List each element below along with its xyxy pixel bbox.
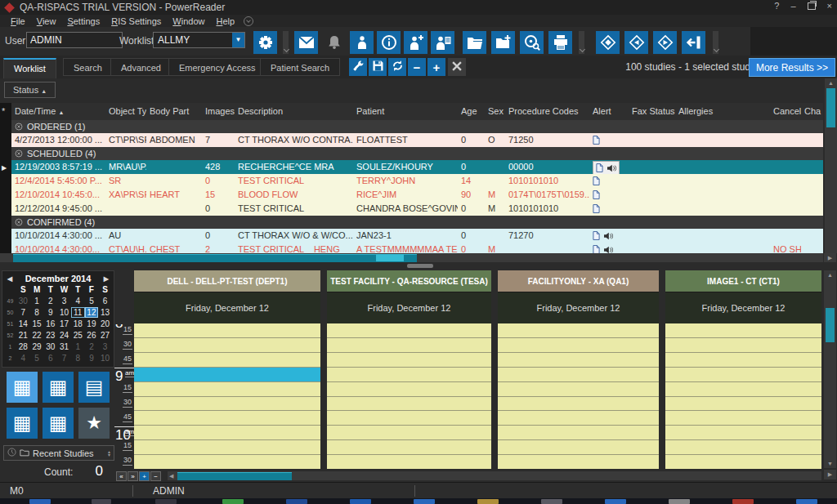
document-icon[interactable]	[593, 176, 600, 188]
calendar-next-icon[interactable]: ▶	[104, 275, 109, 283]
calendar-day[interactable]: 5	[30, 353, 44, 364]
taskbar-icon[interactable]	[796, 499, 817, 504]
open-folder-button[interactable]	[463, 31, 486, 54]
schedule-slot[interactable]	[498, 411, 659, 426]
document-icon[interactable]	[593, 190, 600, 202]
toolbar-grip[interactable]	[579, 31, 584, 54]
close-button[interactable]: ×	[827, 1, 832, 11]
calendar-day[interactable]: 15	[30, 319, 44, 329]
calendar-day[interactable]: 4	[16, 353, 30, 364]
schedule-slot[interactable]	[665, 382, 821, 397]
scrollbar-thumb[interactable]	[13, 254, 417, 262]
menu-help[interactable]: Help	[210, 16, 240, 26]
schedule-slot[interactable]	[498, 440, 659, 455]
save-worklist-button[interactable]	[369, 58, 387, 76]
schedule-slot[interactable]	[134, 382, 320, 397]
tab-emergency-access[interactable]: Emergency Access	[168, 58, 266, 76]
pane-splitter[interactable]	[0, 262, 837, 269]
patient-list-button[interactable]	[431, 31, 454, 54]
schedule-slot[interactable]	[134, 440, 320, 455]
scroll-right-button[interactable]: ▶	[824, 253, 836, 262]
schedule-slot[interactable]	[665, 397, 821, 412]
schedule-slot[interactable]	[327, 382, 491, 397]
start-reading-button[interactable]	[624, 31, 648, 54]
table-row[interactable]: 10/10/2014 4:30:00 ... AU 0 CT THORAX W/…	[0, 229, 823, 243]
calendar-day[interactable]: 22	[30, 330, 44, 341]
col-header-age[interactable]: Age	[458, 103, 485, 120]
document-icon[interactable]	[593, 135, 600, 147]
taskbar-icon[interactable]	[477, 499, 499, 504]
resource-header[interactable]: TEST FACILITY - QA-RESOURCE (TESA)	[327, 270, 491, 292]
calendar-day[interactable]: 9	[85, 353, 99, 364]
scroll-down-icon[interactable]: ▼	[824, 461, 836, 466]
calendar-day[interactable]: 10	[57, 307, 71, 318]
calendar-day[interactable]: 50	[4, 307, 16, 318]
schedule-slot[interactable]	[327, 323, 491, 338]
view-button[interactable]: ▦	[7, 372, 38, 403]
schedule-slot[interactable]	[498, 426, 659, 440]
schedule-slot[interactable]	[327, 440, 491, 455]
sign-out-study-button[interactable]	[682, 31, 705, 54]
worklist-vertical-scrollbar[interactable]: ▲	[825, 78, 837, 253]
calendar-day[interactable]: 29	[30, 341, 44, 352]
more-results-button[interactable]: More Results >>	[749, 58, 835, 77]
col-header-allergies[interactable]: Allergies	[675, 103, 770, 120]
calendar-day[interactable]: 2	[85, 341, 99, 352]
spinner-buttons[interactable]: ▴▾	[108, 450, 110, 457]
schedule-slot[interactable]	[498, 382, 659, 397]
calendar-day[interactable]: 27	[98, 330, 112, 341]
col-header-patient[interactable]: Patient	[353, 103, 458, 120]
schedule-slot[interactable]	[134, 338, 320, 353]
menu-view[interactable]: View	[31, 16, 62, 26]
document-icon[interactable]	[596, 163, 603, 174]
calendar-day[interactable]: 9	[43, 307, 57, 318]
menu-ris-settings[interactable]: RIS Settings	[105, 16, 167, 26]
collapse-group-icon[interactable]	[15, 149, 23, 158]
table-row[interactable]: 12/10/2014 10:45:0... XA\PR\SR HEART 15 …	[0, 188, 823, 202]
group-row-ordered[interactable]: ORDERED (1)	[0, 120, 823, 133]
scroll-up-icon[interactable]: ▲	[824, 272, 836, 278]
taskbar-icon[interactable]	[669, 499, 690, 504]
calendar-day[interactable]: 6	[98, 296, 112, 306]
chevron-down-icon[interactable]: ▼	[232, 33, 244, 47]
group-row-confirmed[interactable]: CONFIRMED (4)	[0, 216, 823, 229]
help-button[interactable]: ?	[774, 1, 779, 11]
calendar-day[interactable]: 1	[30, 296, 44, 306]
col-header-description[interactable]: Description	[235, 103, 353, 120]
calendar-day[interactable]: 31	[57, 341, 71, 352]
schedule-slot[interactable]	[134, 397, 320, 412]
schedule-slot[interactable]	[327, 368, 491, 382]
calendar-day[interactable]: 13	[98, 307, 112, 318]
calendar-day[interactable]: 23	[43, 330, 57, 341]
first-page-button[interactable]: «	[116, 471, 127, 481]
notifications-button[interactable]	[322, 31, 346, 54]
user-input[interactable]	[26, 32, 123, 48]
view-button[interactable]: ★	[78, 408, 110, 439]
speaker-icon[interactable]	[603, 230, 613, 243]
taskbar-icon[interactable]	[414, 499, 435, 504]
restore-button[interactable]	[808, 2, 816, 10]
schedule-slot[interactable]	[134, 368, 320, 382]
finish-reading-button[interactable]	[653, 31, 677, 54]
calendar-day[interactable]: 17	[57, 319, 71, 329]
col-header-object-type[interactable]: Object Type	[105, 103, 146, 120]
clear-filter-button[interactable]	[448, 58, 466, 76]
tab-advanced[interactable]: Advanced	[110, 58, 172, 76]
scroll-right-button[interactable]: ▶	[824, 470, 836, 479]
scroll-left-icon[interactable]: ◀	[169, 471, 173, 480]
document-icon[interactable]	[593, 244, 600, 253]
calendar-day[interactable]: 52	[4, 330, 16, 341]
calendar-day[interactable]: 19	[85, 319, 99, 329]
schedule-slot[interactable]	[327, 397, 491, 412]
calendar-day[interactable]: 25	[71, 330, 85, 341]
status-group-button[interactable]: Status ▲	[4, 82, 56, 98]
speaker-icon[interactable]	[603, 244, 613, 253]
print-button[interactable]	[548, 31, 572, 54]
schedule-slot[interactable]	[665, 353, 821, 368]
schedule-slot[interactable]	[665, 411, 821, 426]
resource-header[interactable]: FACILITYONLY - XA (QA1)	[498, 270, 659, 292]
refresh-button[interactable]	[388, 58, 406, 76]
taskbar-icon[interactable]	[350, 499, 371, 504]
table-row[interactable]: 12/12/2014 9:45:00 ... 0 TEST CRITICAL C…	[0, 202, 823, 216]
calendar-day[interactable]: 18	[71, 319, 85, 329]
